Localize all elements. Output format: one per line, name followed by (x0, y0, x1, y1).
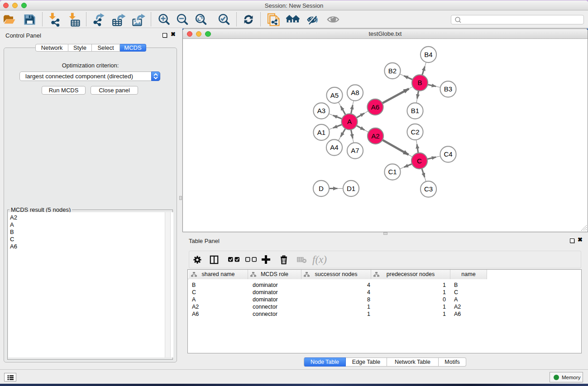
svg-text:A6: A6 (371, 103, 379, 111)
svg-text:A5: A5 (330, 91, 339, 99)
svg-text:B2: B2 (388, 67, 397, 75)
svg-text:A8: A8 (351, 89, 359, 96)
svg-text:A2: A2 (371, 132, 379, 140)
svg-text:C4: C4 (444, 150, 452, 158)
svg-text:A1: A1 (317, 129, 325, 136)
svg-text:D1: D1 (347, 185, 355, 192)
svg-text:B: B (417, 79, 422, 86)
svg-text:A: A (347, 118, 352, 125)
svg-text:C: C (417, 157, 422, 165)
svg-text:A3: A3 (317, 107, 325, 114)
svg-text:f(x): f(x) (312, 254, 327, 265)
svg-text:A7: A7 (351, 147, 359, 154)
svg-text:D: D (319, 185, 324, 192)
svg-text:B1: B1 (411, 107, 419, 114)
svg-text:A4: A4 (330, 143, 338, 151)
svg-text:B4: B4 (424, 51, 432, 58)
svg-text:C1: C1 (388, 168, 397, 176)
svg-text:B3: B3 (444, 85, 452, 93)
svg-text:C2: C2 (411, 128, 419, 136)
svg-text:C3: C3 (424, 185, 433, 193)
